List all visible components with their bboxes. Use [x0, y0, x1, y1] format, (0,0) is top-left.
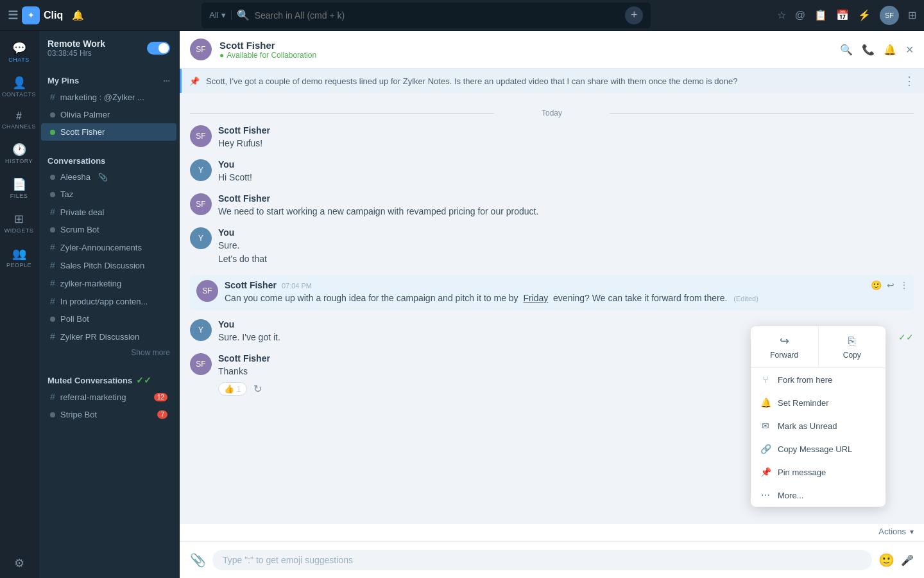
msg-header: You — [218, 227, 914, 238]
msg-time: 07:04 PM — [282, 282, 312, 290]
actions-text[interactable]: Actions — [878, 527, 906, 536]
msg-sender-you: You — [218, 159, 234, 170]
forward-icon: ↪ — [780, 334, 789, 348]
conv-taz[interactable]: Taz — [41, 186, 176, 203]
notification-icon[interactable]: 🔔 — [72, 10, 84, 21]
conv-private-deal[interactable]: # Private deal — [41, 203, 176, 221]
msg-text: Hi Scott! — [218, 171, 914, 184]
emoji-button[interactable]: 🙂 — [878, 552, 894, 568]
show-more-button[interactable]: Show more — [38, 346, 179, 360]
taz-label: Taz — [60, 189, 73, 199]
chat-close-icon[interactable]: ✕ — [905, 44, 914, 56]
mic-button[interactable]: 🎤 — [901, 554, 914, 566]
actions-chevron-icon[interactable]: ▾ — [910, 527, 914, 536]
muted-stripe[interactable]: Stripe Bot 7 — [41, 406, 176, 423]
edited-label: (Edited) — [733, 295, 758, 302]
pinned-olivia[interactable]: Olivia Palmer — [41, 106, 176, 123]
conv-sales-pitch[interactable]: # Sales Pitch Discussion — [41, 256, 176, 274]
sidebar-header: Remote Work 03:38:45 Hrs — [38, 31, 179, 66]
msg-sender: Scott Fisher — [225, 280, 277, 290]
hamburger-icon[interactable]: ☰ — [8, 8, 18, 22]
fork-from-here-item[interactable]: ⑂ Fork from here — [751, 368, 886, 391]
user-avatar[interactable]: SF — [880, 6, 899, 25]
nav-people[interactable]: 👥 PEOPLE — [3, 241, 36, 274]
msg-sender: Scott Fisher — [218, 193, 270, 204]
attach-button[interactable]: 📎 — [190, 552, 206, 568]
app-logo: ☰ ✦ Cliq 🔔 — [8, 6, 136, 24]
muted-title: Muted Conversations ✓✓ — [38, 370, 179, 388]
forward-button[interactable]: ↪ Forward — [751, 326, 819, 367]
nav-settings[interactable]: ⚙ — [3, 551, 36, 578]
mark-unread-item[interactable]: ✉ Mark as Unread — [751, 414, 886, 437]
search-input[interactable] — [255, 10, 620, 21]
pinned-message-menu[interactable]: ⋮ — [903, 74, 915, 88]
message-input[interactable]: Type ":" to get emoji suggestions — [212, 550, 872, 570]
status-toggle[interactable] — [147, 42, 170, 55]
conv-poll-bot[interactable]: Poll Bot — [41, 310, 176, 328]
reminder-icon: 🔔 — [760, 398, 771, 408]
main-layout: 💬 CHATS 👤 CONTACTS # CHANNELS 🕐 HISTORY … — [0, 31, 924, 578]
copy-message-url-item[interactable]: 🔗 Copy Message URL — [751, 437, 886, 460]
conv-scrum-bot[interactable]: Scrum Bot — [41, 221, 176, 238]
new-conversation-button[interactable]: + — [625, 6, 643, 24]
zylker-pr-label: Zylker PR Discussion — [60, 332, 140, 342]
muted-referral[interactable]: # referral-marketing 12 — [41, 388, 176, 406]
conv-zylker-marketing[interactable]: # zylker-marketing — [41, 274, 176, 292]
stripe-bot-label: Stripe Bot — [60, 410, 97, 419]
my-pins-options[interactable]: ··· — [163, 76, 170, 85]
set-reminder-item[interactable]: 🔔 Set Reminder — [751, 391, 886, 414]
message-content: You Sure.Let's do that — [218, 227, 914, 266]
react-icon[interactable]: 🙂 — [871, 280, 882, 290]
nav-channels[interactable]: # CHANNELS — [3, 105, 36, 135]
msg-sender-you: You — [218, 227, 234, 238]
chat-search-icon[interactable]: 🔍 — [840, 44, 853, 56]
hash-icon: # — [50, 92, 55, 102]
sender-avatar: SF — [196, 280, 218, 302]
conv-zylker-pr[interactable]: # Zylker PR Discussion — [41, 328, 176, 346]
mention-icon[interactable]: @ — [795, 10, 805, 21]
copy-button[interactable]: ⎘ Copy — [819, 326, 886, 367]
my-pins-title: My Pins ··· — [38, 71, 179, 88]
nav-chats-label: CHATS — [8, 57, 29, 63]
calendar-icon[interactable]: 📅 — [836, 9, 849, 21]
add-reaction-button[interactable]: ↻ — [253, 383, 262, 395]
nav-files[interactable]: 📄 FILES — [3, 172, 36, 204]
referral-label: referral-marketing — [60, 392, 126, 402]
conv-in-product[interactable]: # In product/app conten... — [41, 292, 176, 310]
message-group-1: SF Scott Fisher Hey Rufus! — [190, 125, 914, 150]
pinned-item-marketing[interactable]: # marketing : @Zylker ... — [41, 88, 176, 106]
chat-mute-icon[interactable]: 🔔 — [884, 44, 896, 56]
message-group-5-highlighted: SF Scott Fisher 07:04 PM Can you come up… — [190, 275, 914, 310]
more-options-icon[interactable]: ⋮ — [900, 280, 909, 290]
sender-avatar: SF — [190, 125, 212, 147]
nav-chats[interactable]: 💬 CHATS — [3, 36, 36, 68]
contacts-icon[interactable]: 📋 — [814, 9, 827, 21]
pin-message-item[interactable]: 📌 Pin message — [751, 460, 886, 484]
more-item[interactable]: ⋯ More... — [751, 484, 886, 507]
conv-aleesha[interactable]: Aleesha 📎 — [41, 168, 176, 186]
pin-label: Pin message — [778, 468, 826, 477]
pin-context-icon: 📌 — [760, 467, 771, 477]
nav-contacts[interactable]: 👤 CONTACTS — [3, 71, 36, 103]
thumbsup-reaction[interactable]: 👍 1 — [218, 382, 247, 396]
nav-history[interactable]: 🕐 HISTORY — [3, 137, 36, 170]
olivia-label: Olivia Palmer — [60, 110, 110, 119]
nav-channels-label: CHANNELS — [2, 123, 36, 130]
status-dot — [50, 412, 55, 417]
msg-text: Hey Rufus! — [218, 137, 914, 150]
bolt-icon[interactable]: ⚡ — [858, 9, 871, 21]
grid-icon[interactable]: ⊞ — [908, 9, 916, 21]
pinned-scott[interactable]: Scott Fisher — [41, 123, 176, 141]
pinned-message: 📌 Scott, I've got a couple of demo reque… — [180, 69, 924, 93]
chat-call-icon[interactable]: 📞 — [862, 44, 875, 56]
reply-icon[interactable]: ↩ — [887, 280, 894, 290]
conv-zyler-announcements[interactable]: # Zyler-Announcements — [41, 238, 176, 256]
star-icon[interactable]: ☆ — [777, 9, 786, 21]
msg-text: Can you come up with a rough idea for th… — [225, 292, 907, 305]
nav-widgets[interactable]: ⊞ WIDGETS — [3, 207, 36, 239]
status-dot — [50, 192, 55, 197]
sales-pitch-label: Sales Pitch Discussion — [60, 261, 145, 270]
search-filter-label[interactable]: All ▾ — [209, 10, 231, 20]
message-group-3: SF Scott Fisher We need to start working… — [190, 193, 914, 218]
chevron-down-icon[interactable]: ▾ — [221, 10, 226, 20]
